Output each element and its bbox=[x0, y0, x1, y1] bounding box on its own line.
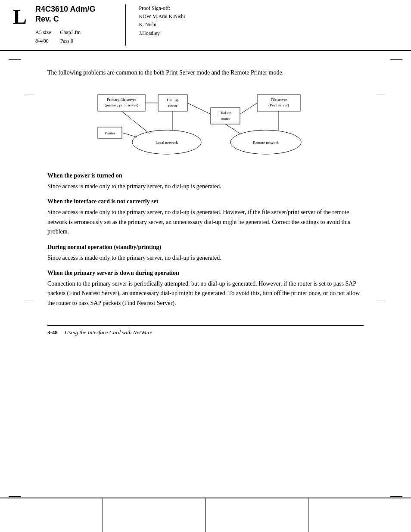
crop-mark-bottom-right bbox=[390, 496, 402, 497]
svg-line-23 bbox=[122, 133, 137, 137]
main-content: The following problems are common to the… bbox=[0, 51, 411, 345]
header-meta: A5 size Chap3.fm 8/4/00 Pass 0 bbox=[35, 28, 95, 46]
svg-text:Local network: Local network bbox=[156, 140, 178, 145]
header-vertical-divider bbox=[125, 4, 126, 46]
page-number: 3-48 bbox=[47, 329, 58, 336]
svg-line-20 bbox=[240, 103, 257, 114]
document-title: R4C3610 Adm/G Rev. C bbox=[35, 4, 95, 25]
body-server-down: Connection to the primary server is peri… bbox=[47, 279, 364, 308]
footer-caption: Using the Interface Card with NetWare bbox=[65, 329, 152, 336]
bottom-col-4 bbox=[308, 498, 411, 532]
footer: 3-48 Using the Interface Card with NetWa… bbox=[47, 329, 364, 336]
page-icon: L bbox=[13, 6, 27, 27]
svg-text:Remote network: Remote network bbox=[253, 140, 279, 145]
proof-signoff: Proof Sign-off: KOW M.Arai K.Nishi K. Ni… bbox=[139, 4, 185, 37]
crop-mark-bottom-left bbox=[9, 496, 21, 497]
bottom-col-3 bbox=[206, 498, 309, 532]
svg-text:Dial-up: Dial-up bbox=[219, 111, 231, 115]
svg-rect-6 bbox=[211, 108, 240, 124]
svg-line-21 bbox=[121, 111, 149, 134]
footer-divider bbox=[47, 325, 364, 326]
svg-rect-3 bbox=[158, 95, 187, 111]
svg-text:Printer: Printer bbox=[105, 131, 115, 135]
body-power-on: Since access is made only to the primary… bbox=[47, 182, 364, 191]
diagram-svg: Primary file server (primary print serve… bbox=[93, 86, 318, 159]
heading-server-down: When the primary server is down during o… bbox=[47, 270, 364, 277]
margin-tick-right-2 bbox=[377, 301, 385, 301]
heading-interface-card: When the interface card is not correctly… bbox=[47, 198, 364, 205]
bottom-columns bbox=[0, 498, 411, 532]
body-interface-card: Since access is made only to the primary… bbox=[47, 208, 364, 236]
svg-text:File server: File server bbox=[271, 97, 287, 102]
bottom-col-2 bbox=[103, 498, 206, 532]
margin-tick-right-1 bbox=[377, 94, 385, 94]
intro-paragraph: The following problems are common to the… bbox=[47, 68, 364, 78]
body-normal-operation: Since access is made only to the primary… bbox=[47, 253, 364, 263]
bottom-col-1 bbox=[0, 498, 103, 532]
svg-text:router: router bbox=[221, 116, 230, 121]
margin-tick-left-2 bbox=[26, 301, 34, 301]
svg-line-19 bbox=[187, 103, 211, 114]
header-title-block: R4C3610 Adm/G Rev. C A5 size Chap3.fm 8/… bbox=[35, 4, 95, 46]
svg-text:router: router bbox=[168, 103, 177, 108]
heading-power-on: When the power is turned on bbox=[47, 172, 364, 179]
heading-normal-operation: During normal operation (standby/printin… bbox=[47, 244, 364, 251]
svg-text:(Print server): (Print server) bbox=[268, 103, 289, 107]
svg-text:Primary file server: Primary file server bbox=[107, 97, 136, 102]
network-diagram: Primary file server (primary print serve… bbox=[47, 86, 364, 159]
svg-text:Dial-up: Dial-up bbox=[167, 98, 179, 102]
margin-tick-left-1 bbox=[26, 94, 34, 94]
svg-text:(primary print server): (primary print server) bbox=[105, 103, 138, 107]
svg-line-24 bbox=[225, 124, 240, 134]
page-header: L R4C3610 Adm/G Rev. C A5 size Chap3.fm … bbox=[0, 0, 411, 51]
